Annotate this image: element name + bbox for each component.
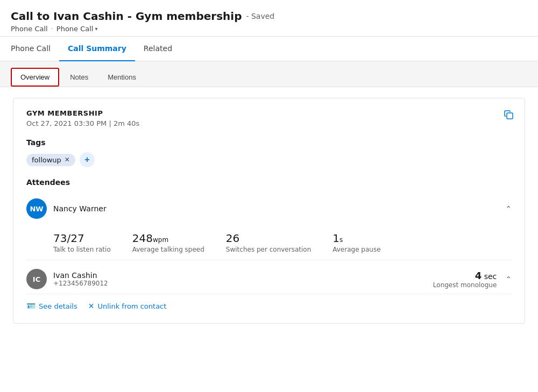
unlink-icon: ✕ [88,302,95,310]
avatar-ic: IC [26,269,47,289]
unlink-label: Unlink from contact [97,302,166,310]
stats-row-nw: 73/27 Talk to listen ratio 248wpm Averag… [26,225,512,260]
svg-rect-0 [507,113,513,119]
ivan-monologue-stats: 4 sec Longest monologue [433,270,497,289]
stat-talk-listen: 73/27 Talk to listen ratio [53,232,111,253]
call-card: GYM MEMBERSHIP Oct 27, 2021 03:30 PM | 2… [13,98,525,324]
collapse-nw-button[interactable]: ⌃ [505,204,512,213]
stat-label-talk-listen: Talk to listen ratio [53,246,111,253]
stat-value-talking-speed: 248 [132,232,153,245]
stat-value-talk-listen: 73/27 [53,232,84,245]
see-details-label: See details [39,302,77,310]
tags-row: followup ✕ + [26,152,512,167]
attendee-phone-ic: +123456789012 [53,280,108,287]
breadcrumb-item-1[interactable]: Phone Call [11,25,48,33]
stat-avg-pause: 1s Average pause [332,232,380,253]
sub-tabs: Overview Notes Mentions [0,61,538,87]
stat-unit-avg-pause: s [339,236,343,244]
ivan-monologue-value: 4 [475,270,482,281]
attendee-ivan-cashin: IC Ivan Cashin +123456789012 4 sec Longe… [26,260,512,294]
stat-label-switches: Switches per conversation [226,246,311,253]
attendees-section: Attendees NW Nancy Warner ⌃ 73/27 [26,178,512,312]
see-details-link[interactable]: 🪪 See details [26,302,77,310]
tags-label: Tags [26,138,512,147]
stat-unit-talking-speed: wpm [153,236,168,244]
breadcrumb-separator: · [51,25,53,33]
content-area: GYM MEMBERSHIP Oct 27, 2021 03:30 PM | 2… [0,87,538,334]
breadcrumb-item-2[interactable]: Phone Call ▾ [56,25,98,33]
subtab-overview[interactable]: Overview [11,68,59,87]
call-meta: Oct 27, 2021 03:30 PM | 2m 40s [26,119,512,127]
ivan-row: IC Ivan Cashin +123456789012 4 sec Longe… [26,260,512,294]
stat-talking-speed: 248wpm Average talking speed [132,232,204,253]
tag-followup: followup ✕ [26,154,75,166]
call-title: GYM MEMBERSHIP [26,109,512,117]
see-details-icon: 🪪 [26,302,36,310]
breadcrumb: Phone Call · Phone Call ▾ [11,25,527,33]
attendee-nancy-warner: NW Nancy Warner ⌃ 73/27 Talk to listen r… [26,192,512,260]
attendee-name-nw: Nancy Warner [53,204,499,213]
breadcrumb-chevron-icon: ▾ [95,26,97,32]
subtab-notes[interactable]: Notes [61,68,97,87]
avatar-nw: NW [26,198,47,219]
page-title: Call to Ivan Cashin - Gym membership - S… [11,10,527,23]
ivan-monologue-label: Longest monologue [433,281,497,289]
add-tag-button[interactable]: + [80,152,95,167]
tab-call-summary[interactable]: Call Summary [59,37,135,61]
unlink-contact-link[interactable]: ✕ Unlink from contact [88,302,167,310]
stat-value-avg-pause: 1 [332,232,339,245]
attendees-label: Attendees [26,178,512,187]
tag-name: followup [32,156,61,164]
stat-label-talking-speed: Average talking speed [132,246,204,253]
ivan-monologue-unit: sec [484,272,497,281]
tab-phone-call[interactable]: Phone Call [11,37,59,61]
attendee-row-nw: NW Nancy Warner ⌃ [26,192,512,225]
footer-actions: 🪪 See details ✕ Unlink from contact [26,294,512,312]
stat-value-switches: 26 [226,232,239,245]
title-text: Call to Ivan Cashin - Gym membership [11,10,242,23]
main-tabs: Phone Call Call Summary Related [0,37,538,61]
stat-switches: 26 Switches per conversation [226,232,311,253]
stat-label-avg-pause: Average pause [332,246,380,253]
attendee-name-ic: Ivan Cashin [53,271,108,280]
page-header: Call to Ivan Cashin - Gym membership - S… [0,0,538,37]
tag-remove-icon[interactable]: ✕ [65,156,70,163]
saved-badge: - Saved [246,12,274,20]
tab-related[interactable]: Related [135,37,181,61]
copy-button[interactable] [503,109,514,123]
collapse-ic-button[interactable]: ⌃ [505,275,512,283]
subtab-mentions[interactable]: Mentions [99,68,145,87]
